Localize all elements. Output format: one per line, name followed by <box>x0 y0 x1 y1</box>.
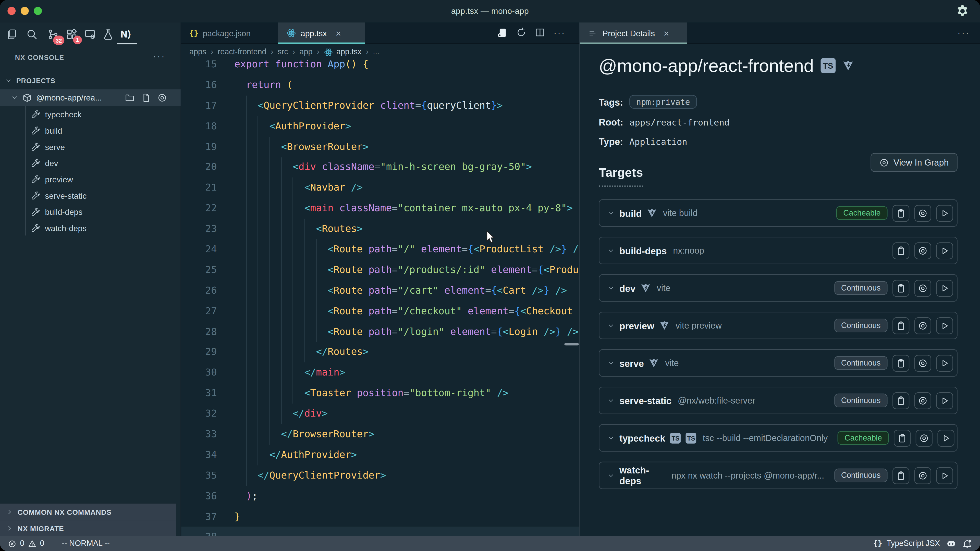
error-count[interactable]: 0 <box>20 539 24 548</box>
files-icon[interactable] <box>6 29 18 40</box>
target-card-dev[interactable]: devviteContinuous <box>599 274 958 302</box>
sidebar-target-build[interactable]: build <box>0 122 181 139</box>
code-line-19[interactable]: 19 <BrowserRouter> <box>181 137 579 157</box>
bell-icon[interactable] <box>963 539 972 548</box>
target-circle-icon[interactable] <box>158 93 167 103</box>
code-editor[interactable]: 15export function App() {16 return (17 <… <box>181 60 579 536</box>
more-actions-icon[interactable]: ··· <box>554 27 566 39</box>
code-line-25[interactable]: 25 <Route path="/products/:id" element={… <box>181 260 579 281</box>
run-target-button[interactable] <box>936 467 953 484</box>
code-line-17[interactable]: 17 <QueryClientProvider client={queryCli… <box>181 95 579 116</box>
tab-package-json[interactable]: {} package.json <box>181 22 278 44</box>
language-mode[interactable]: {} TypeScript JSX <box>873 539 940 548</box>
target-card-watch-deps[interactable]: watch-depsnpx nx watch --projects @mono-… <box>599 462 958 489</box>
sidebar-target-serve-static[interactable]: serve-static <box>0 187 181 204</box>
copy-task-button[interactable] <box>892 205 909 221</box>
sidebar-target-typecheck[interactable]: typecheck <box>0 106 181 122</box>
code-line-26[interactable]: 26 <Route path="/cart" element={<Cart />… <box>181 280 579 301</box>
sidebar-target-build-deps[interactable]: build-deps <box>0 203 181 220</box>
file-go-icon[interactable] <box>141 93 151 103</box>
view-target-in-graph-button[interactable] <box>915 205 931 221</box>
copy-task-button[interactable] <box>892 467 909 484</box>
code-line-16[interactable]: 16 return ( <box>181 75 579 96</box>
gear-icon[interactable] <box>956 5 969 17</box>
search-icon[interactable] <box>26 29 38 40</box>
warning-count[interactable]: 0 <box>40 539 45 548</box>
view-in-graph-button[interactable]: View In Graph <box>870 153 958 171</box>
copy-task-button[interactable] <box>892 392 909 409</box>
view-target-in-graph-button[interactable] <box>915 354 931 372</box>
run-target-button[interactable] <box>936 317 953 334</box>
project-tree-item[interactable]: @mono-app/rea... <box>0 89 181 106</box>
close-icon[interactable]: × <box>663 28 669 38</box>
code-line-18[interactable]: 18 <AuthProvider> <box>181 116 579 137</box>
sidebar-item-common-nx-commands[interactable]: COMMON NX COMMANDS <box>0 503 177 520</box>
close-icon[interactable]: × <box>336 28 341 38</box>
copy-task-button[interactable] <box>892 242 909 259</box>
sidebar-item-nx-migrate[interactable]: NX MIGRATE <box>0 520 177 536</box>
sidebar-target-dev[interactable]: dev <box>0 155 181 171</box>
split-editor-icon[interactable] <box>535 27 545 38</box>
breadcrumb-item[interactable]: app <box>299 48 312 56</box>
error-icon[interactable] <box>8 540 16 548</box>
view-target-in-graph-button[interactable] <box>915 279 931 297</box>
warning-icon[interactable] <box>28 540 36 548</box>
code-line-24[interactable]: 24 <Route path="/" element={<ProductList… <box>181 239 579 260</box>
breadcrumb-item[interactable]: apps <box>189 48 206 56</box>
run-target-button[interactable] <box>936 392 953 409</box>
code-line-15[interactable]: 15export function App() { <box>181 60 579 75</box>
code-line-29[interactable]: 29 </Routes> <box>181 342 579 363</box>
code-line-38[interactable]: 38 <box>181 527 579 536</box>
sidebar-target-serve[interactable]: serve <box>0 139 181 155</box>
code-line-21[interactable]: 21 <Navbar /> <box>181 178 579 198</box>
code-line-20[interactable]: 20 <div className="min-h-screen bg-gray-… <box>181 157 579 178</box>
code-line-34[interactable]: 34 </AuthProvider> <box>181 445 579 465</box>
run-target-button[interactable] <box>936 354 953 372</box>
tab-app-tsx[interactable]: app.tsx × <box>278 22 365 44</box>
beaker-icon[interactable] <box>103 29 114 40</box>
breadcrumb-item[interactable]: react-frontend <box>218 48 266 56</box>
run-target-button[interactable] <box>936 242 953 259</box>
sidebar-target-watch-deps[interactable]: watch-deps <box>0 220 181 236</box>
run-box-icon[interactable] <box>497 27 508 38</box>
target-card-typecheck[interactable]: typecheckTSTStsc --build --emitDeclarati… <box>599 424 958 452</box>
sidebar-more-icon[interactable]: ··· <box>153 51 165 61</box>
target-card-build[interactable]: buildvite buildCacheable <box>599 199 958 227</box>
code-line-27[interactable]: 27 <Route path="/checkout" element={<Che… <box>181 301 579 322</box>
view-target-in-graph-button[interactable] <box>915 242 931 259</box>
projects-section-header[interactable]: PROJECTS <box>0 74 181 87</box>
code-line-31[interactable]: 31 <Toaster position="bottom-right" /> <box>181 383 579 404</box>
folder-icon[interactable] <box>125 93 135 103</box>
view-target-in-graph-button[interactable] <box>915 317 931 334</box>
view-target-in-graph-button[interactable] <box>915 467 931 484</box>
run-target-button[interactable] <box>938 430 955 446</box>
panel-more-icon[interactable]: ··· <box>958 27 970 38</box>
code-line-35[interactable]: 35 </QueryClientProvider> <box>181 465 579 486</box>
code-line-23[interactable]: 23 <Routes> <box>181 219 579 239</box>
reload-icon[interactable] <box>516 27 526 38</box>
copilot-icon[interactable] <box>946 538 956 548</box>
breadcrumb[interactable]: apps›react-frontend›src›app›app.tsx›... <box>181 44 579 60</box>
copy-task-button[interactable] <box>892 279 909 297</box>
code-line-22[interactable]: 22 <main className="container mx-auto px… <box>181 198 579 219</box>
scrollbar-handle[interactable] <box>564 343 579 345</box>
target-card-serve[interactable]: serveviteContinuous <box>599 349 958 377</box>
copy-task-button[interactable] <box>894 430 911 446</box>
copy-task-button[interactable] <box>892 317 909 334</box>
target-card-preview[interactable]: previewvite previewContinuous <box>599 312 958 339</box>
view-target-in-graph-button[interactable] <box>916 430 932 446</box>
nx-console-icon[interactable]: N⟩ <box>120 29 131 40</box>
breadcrumb-item[interactable]: src <box>278 48 288 56</box>
view-target-in-graph-button[interactable] <box>915 392 931 409</box>
code-line-32[interactable]: 32 </div> <box>181 403 579 424</box>
code-line-28[interactable]: 28 <Route path="/login" element={<Login … <box>181 321 579 342</box>
code-line-37[interactable]: 37} <box>181 507 579 527</box>
breadcrumb-tail[interactable]: ... <box>373 48 380 56</box>
code-line-33[interactable]: 33 </BrowserRouter> <box>181 424 579 445</box>
sidebar-target-preview[interactable]: preview <box>0 171 181 187</box>
target-card-build-deps[interactable]: build-depsnx:noop <box>599 237 958 264</box>
target-card-serve-static[interactable]: serve-static@nx/web:file-serverContinuou… <box>599 387 958 414</box>
run-target-button[interactable] <box>936 279 953 297</box>
tab-project-details[interactable]: Project Details × <box>580 22 687 44</box>
code-line-30[interactable]: 30 </main> <box>181 362 579 383</box>
